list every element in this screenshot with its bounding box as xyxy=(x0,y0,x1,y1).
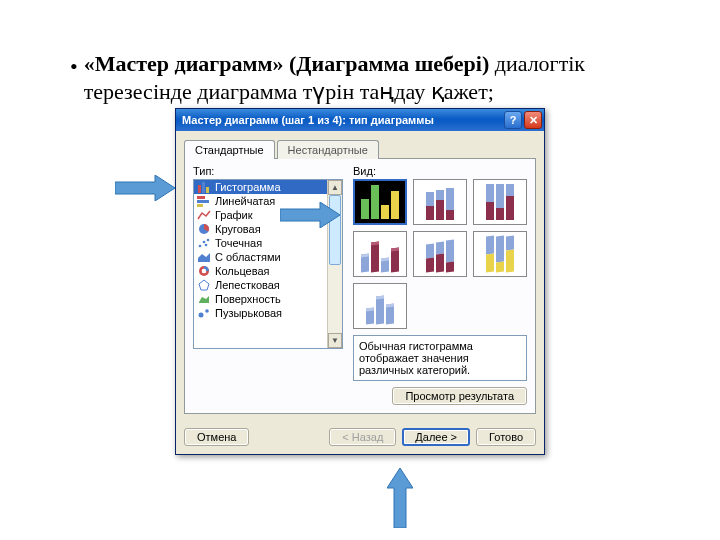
next-button[interactable]: Далее > xyxy=(402,428,470,446)
list-item-label: Поверхность xyxy=(215,293,281,305)
list-item[interactable]: С областями xyxy=(194,250,327,264)
svg-marker-15 xyxy=(199,280,209,290)
svg-point-9 xyxy=(207,239,210,242)
bubble-icon xyxy=(197,307,211,319)
back-button[interactable]: < Назад xyxy=(329,428,396,446)
list-item-label: Лепестковая xyxy=(215,279,280,291)
svg-point-8 xyxy=(203,241,206,244)
bar-icon xyxy=(197,195,211,207)
dialog-title: Мастер диаграмм (шаг 1 из 4): тип диагра… xyxy=(182,114,504,126)
list-item[interactable]: Поверхность xyxy=(194,292,327,306)
svg-point-7 xyxy=(199,245,202,248)
svg-marker-16 xyxy=(199,296,209,303)
scroll-up-button[interactable]: ▲ xyxy=(328,180,342,195)
tab-panel: Тип: Гистограмма Линейчатая xyxy=(184,158,536,414)
list-item[interactable]: Гистограмма xyxy=(194,180,327,194)
svg-point-10 xyxy=(205,244,208,247)
type-label: Тип: xyxy=(193,165,343,177)
list-item-label: С областями xyxy=(215,251,281,263)
subtype-thumb[interactable] xyxy=(473,179,527,225)
svg-point-18 xyxy=(205,309,209,313)
svg-rect-1 xyxy=(202,182,205,193)
subtype-thumb[interactable] xyxy=(413,179,467,225)
svg-point-17 xyxy=(199,313,204,318)
titlebar[interactable]: Мастер диаграмм (шаг 1 из 4): тип диагра… xyxy=(176,109,544,131)
callout-arrow-icon xyxy=(115,175,175,201)
list-item-label: Пузырьковая xyxy=(215,307,282,319)
close-button[interactable]: ✕ xyxy=(524,111,542,129)
subtype-thumb[interactable] xyxy=(353,231,407,277)
subtype-thumb[interactable] xyxy=(353,283,407,329)
callout-arrow-icon xyxy=(387,468,413,528)
titlebar-buttons: ? ✕ xyxy=(504,111,542,129)
finish-button[interactable]: Готово xyxy=(476,428,536,446)
svg-marker-11 xyxy=(198,253,210,262)
scatter-icon xyxy=(197,237,211,249)
list-item-label: Гистограмма xyxy=(215,181,281,193)
svg-rect-5 xyxy=(197,204,203,207)
svg-marker-19 xyxy=(115,175,175,201)
list-item[interactable]: Лепестковая xyxy=(194,278,327,292)
bullet-marker: • xyxy=(70,52,78,106)
bullet-bold: «Мастер диаграмм» (Диаграмма шебері) xyxy=(84,51,490,76)
svg-rect-2 xyxy=(206,187,209,193)
svg-rect-3 xyxy=(197,196,205,199)
area-icon xyxy=(197,251,211,263)
svg-point-14 xyxy=(202,269,206,273)
surface-icon xyxy=(197,293,211,305)
pie-icon xyxy=(197,223,211,235)
type-column: Тип: Гистограмма Линейчатая xyxy=(193,165,343,405)
svg-rect-0 xyxy=(198,185,201,193)
list-item-label: Круговая xyxy=(215,223,261,235)
subtype-thumb[interactable] xyxy=(473,231,527,277)
dialog-body: Стандартные Нестандартные Тип: Гистограм… xyxy=(176,131,544,420)
tab-nonstandard[interactable]: Нестандартные xyxy=(277,140,379,159)
help-button[interactable]: ? xyxy=(504,111,522,129)
histogram-icon xyxy=(197,181,211,193)
subtype-thumb[interactable] xyxy=(353,179,407,225)
list-item[interactable]: Пузырьковая xyxy=(194,306,327,320)
svg-rect-4 xyxy=(197,200,209,203)
subtype-description: Обычная гистограмма отображает значения … xyxy=(353,335,527,381)
tab-strip: Стандартные Нестандартные xyxy=(184,139,536,158)
slide-body: • «Мастер диаграмм» (Диаграмма шебері) д… xyxy=(0,0,720,106)
list-item-label: График xyxy=(215,209,253,221)
preview-result-button[interactable]: Просмотр результата xyxy=(392,387,527,405)
list-item[interactable]: Точечная xyxy=(194,236,327,250)
view-column: Вид: xyxy=(353,165,527,405)
cancel-button[interactable]: Отмена xyxy=(184,428,249,446)
bullet-text: «Мастер диаграмм» (Диаграмма шебері) диа… xyxy=(84,50,650,106)
list-item-label: Линейчатая xyxy=(215,195,275,207)
subtype-thumb[interactable] xyxy=(413,231,467,277)
tab-standard[interactable]: Стандартные xyxy=(184,140,275,159)
line-icon xyxy=(197,209,211,221)
callout-arrow-icon xyxy=(280,202,340,228)
svg-marker-20 xyxy=(280,202,340,228)
svg-marker-21 xyxy=(387,468,413,528)
wizard-button-row: Отмена < Назад Далее > Готово xyxy=(176,420,544,454)
radar-icon xyxy=(197,279,211,291)
doughnut-icon xyxy=(197,265,211,277)
bullet-item: • «Мастер диаграмм» (Диаграмма шебері) д… xyxy=(70,50,650,106)
subtype-grid xyxy=(353,179,527,329)
list-item[interactable]: Кольцевая xyxy=(194,264,327,278)
scroll-down-button[interactable]: ▼ xyxy=(328,333,342,348)
view-label: Вид: xyxy=(353,165,527,177)
chart-wizard-dialog: Мастер диаграмм (шаг 1 из 4): тип диагра… xyxy=(175,108,545,455)
list-item-label: Кольцевая xyxy=(215,265,270,277)
list-item-label: Точечная xyxy=(215,237,262,249)
